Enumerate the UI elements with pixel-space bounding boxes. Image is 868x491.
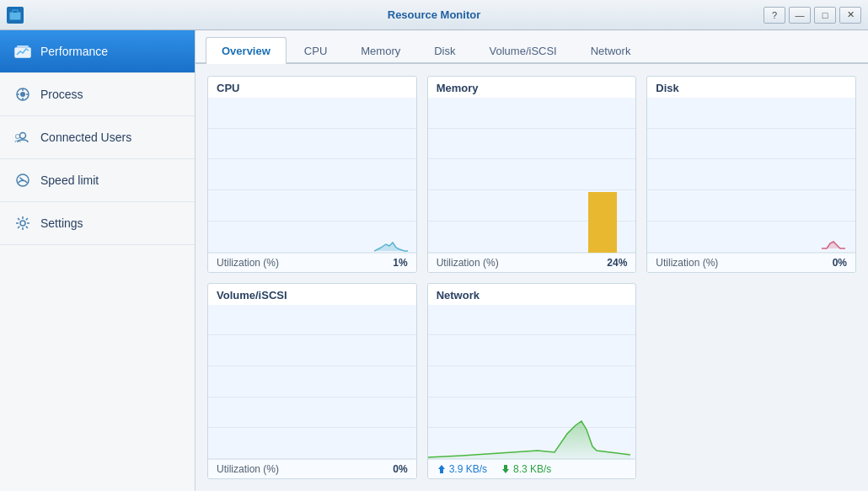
volume-grid-lines [208, 305, 416, 460]
grid-line [647, 159, 855, 190]
cpu-label: Utilization (%) [217, 257, 279, 269]
disk-value: 0% [833, 257, 847, 269]
network-download-value: 8.3 KB/s [513, 463, 551, 475]
svg-point-11 [20, 133, 26, 139]
grid-line [208, 159, 416, 190]
memory-chart-panel: Memory Utilization (%) 24% [427, 76, 637, 273]
svg-rect-2 [13, 11, 17, 13]
sidebar-item-settings[interactable]: Settings [0, 202, 195, 245]
grid-line [208, 98, 416, 129]
grid-line [428, 305, 636, 336]
cpu-grid-lines [208, 98, 416, 253]
disk-chart-area [647, 98, 855, 253]
tab-disk[interactable]: Disk [418, 37, 471, 64]
network-stats-footer: 3.9 KB/s 8.3 KB/s [428, 459, 636, 478]
grid-line [208, 335, 416, 366]
grid-line [428, 129, 636, 160]
grid-line [428, 98, 636, 129]
grid-line [428, 159, 636, 190]
disk-chart-title: Disk [647, 77, 855, 98]
svg-rect-0 [9, 12, 21, 20]
memory-label: Utilization (%) [437, 257, 499, 269]
svg-point-15 [22, 179, 24, 181]
process-icon [13, 85, 32, 104]
disk-chart-panel: Disk Utilization (%) 0% [646, 76, 856, 273]
sidebar-item-speed-limit[interactable]: Speed limit [0, 159, 195, 202]
memory-chart-area [428, 98, 636, 253]
network-chart-svg [428, 408, 630, 459]
disk-grid-lines [647, 98, 855, 253]
cpu-chart-footer: Utilization (%) 1% [208, 253, 416, 272]
svg-marker-18 [438, 465, 445, 473]
close-button[interactable]: ✕ [839, 7, 861, 24]
memory-chart-footer: Utilization (%) 24% [428, 253, 636, 272]
title-bar-left [7, 7, 24, 24]
settings-icon [13, 214, 32, 232]
tab-memory[interactable]: Memory [345, 37, 416, 64]
speed-limit-label: Speed limit [40, 173, 99, 187]
cpu-value: 1% [393, 257, 407, 269]
grid-line [428, 366, 636, 398]
tab-volume[interactable]: Volume/iSCSI [474, 37, 573, 64]
process-label: Process [40, 88, 83, 101]
connected-users-label: Connected Users [40, 131, 131, 144]
svg-marker-19 [502, 465, 509, 473]
network-chart-title: Network [428, 284, 636, 305]
performance-icon [13, 42, 32, 61]
performance-label: Performance [40, 45, 108, 58]
volume-chart-footer: Utilization (%) 0% [208, 459, 416, 478]
memory-value: 24% [607, 257, 627, 269]
cpu-chart-area [208, 98, 416, 253]
grid-line [208, 366, 416, 398]
grid-line [208, 129, 416, 160]
grid-line [647, 98, 855, 129]
settings-label: Settings [40, 216, 83, 230]
sidebar-item-process[interactable]: Process [0, 73, 195, 116]
tab-cpu[interactable]: CPU [288, 37, 343, 64]
network-chart-panel: Network [427, 283, 637, 480]
grid-line [208, 305, 416, 336]
svg-point-12 [16, 135, 20, 139]
memory-bar [588, 192, 617, 253]
title-bar: Resource Monitor ? — □ ✕ [0, 0, 868, 30]
disk-blip-svg [822, 238, 847, 251]
grid-line [208, 190, 416, 221]
network-chart-area [428, 305, 636, 460]
grid-line [647, 129, 855, 160]
disk-chart-footer: Utilization (%) 0% [647, 253, 855, 272]
window-title: Resource Monitor [388, 8, 481, 21]
svg-rect-4 [17, 45, 29, 47]
svg-point-16 [20, 221, 25, 226]
sidebar-item-performance[interactable]: Performance [0, 30, 195, 73]
svg-point-6 [20, 92, 25, 97]
volume-value: 0% [393, 463, 407, 475]
volume-chart-area [208, 305, 416, 460]
tab-bar: Overview CPU Memory Disk Volume/iSCSI Ne… [196, 30, 868, 64]
grid-line [428, 335, 636, 366]
chart-grid: CPU Utilization (%) 1% [196, 64, 868, 491]
svg-marker-17 [428, 421, 630, 459]
connected-users-icon [13, 128, 32, 147]
memory-chart-title: Memory [428, 77, 636, 98]
network-upload-stat: 3.9 KB/s [437, 463, 487, 475]
help-button[interactable]: ? [764, 7, 785, 24]
network-download-stat: 8.3 KB/s [501, 463, 551, 475]
grid-line [647, 190, 855, 221]
speed-limit-icon [13, 171, 32, 189]
volume-chart-panel: Volume/iSCSI Utilization (%) 0% [207, 283, 417, 480]
main-layout: Performance Process [0, 30, 868, 491]
tab-overview[interactable]: Overview [206, 37, 287, 64]
app-icon [7, 7, 24, 24]
tab-network[interactable]: Network [575, 37, 647, 64]
network-upload-value: 3.9 KB/s [449, 463, 487, 475]
minimize-button[interactable]: — [789, 7, 811, 24]
grid-line [208, 398, 416, 429]
disk-label: Utilization (%) [656, 257, 718, 269]
content-area: Overview CPU Memory Disk Volume/iSCSI Ne… [196, 30, 868, 491]
window-controls: ? — □ ✕ [764, 7, 861, 24]
volume-label: Utilization (%) [217, 463, 279, 475]
maximize-button[interactable]: □ [814, 7, 836, 24]
download-arrow-icon [501, 464, 511, 474]
upload-arrow-icon [437, 464, 447, 474]
sidebar-item-connected-users[interactable]: Connected Users [0, 116, 195, 159]
